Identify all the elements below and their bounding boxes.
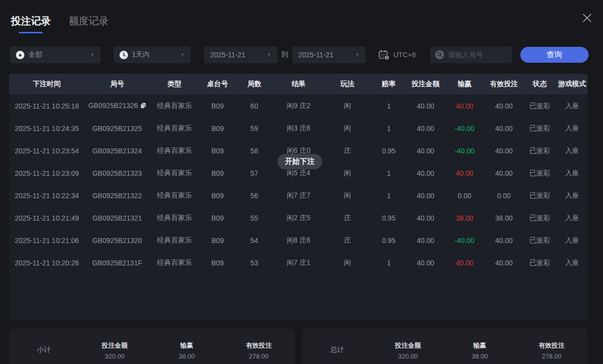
cell-time: 2025-11-21 10:25:18 [9,102,85,110]
date-from-select[interactable]: 2025-11-21 ▼ [204,46,277,63]
cell-odds: 0.95 [371,237,407,244]
copy-icon[interactable] [140,102,146,110]
cell-valid_bet: 40.00 [485,169,523,177]
cell-status: 已派彩 [523,236,556,245]
column-header-2: 类型 [149,80,200,89]
cell-play: 闲 [324,124,371,133]
cell-round_no: 58 [236,147,273,155]
cell-odds: 1 [371,259,407,267]
active-tab-underline [19,32,43,33]
cell-round_no: 54 [236,237,273,244]
cell-type: 经典百家乐 [149,146,200,155]
cell-play: 闲 [324,169,371,178]
column-header-3: 桌台号 [200,80,236,89]
search-icon [435,50,444,59]
round-search-input[interactable] [448,51,507,59]
cell-round_id: GB0925B21320 [85,237,149,244]
column-header-6: 玩法 [324,80,371,89]
cell-mode: 入座 [557,236,588,245]
calendar-clock-icon[interactable] [378,50,390,60]
cell-time: 2025-11-21 10:23:54 [9,147,85,155]
filter-bar: ♠ 全部 ▼ 1天内 ▼ 2025-11-21 ▼ 到 2025-11-21 ▼ [10,46,589,63]
cell-type: 经典百家乐 [149,236,200,245]
cell-time: 2025-11-21 10:23:09 [9,169,85,177]
cell-type: 经典百家乐 [149,169,200,178]
column-header-12: 游戏模式 [557,80,588,89]
betting-records-table: 下注时间局号类型桌台号局数结果玩法赔率投注金额输赢有效投注状态游戏模式 2025… [9,74,588,320]
cell-status: 已派彩 [523,124,556,133]
timezone-label: UTC+8 [393,51,416,59]
chevron-down-icon: ▼ [180,52,185,57]
chevron-down-icon: ▼ [90,52,95,57]
cell-valid_bet: 0.00 [485,192,523,200]
cell-win_loss: 0.00 [444,192,484,200]
cell-round_id: GB0925B21321 [85,214,149,222]
cell-win_loss: -40.00 [444,237,484,244]
table-row: 2025-11-21 10:22:34GB0925B21322经典百家乐B095… [9,184,588,207]
column-header-10: 有效投注 [485,80,523,89]
table-row: 2025-11-21 10:21:06GB0925B21320经典百家乐B095… [9,229,588,251]
time-range-value: 1天内 [132,50,150,59]
table-row: 2025-11-21 10:25:18GB0925B21326经典百家乐B096… [9,95,588,117]
close-icon[interactable] [580,11,594,25]
spade-icon: ♠ [16,51,24,59]
cell-table_no: B09 [200,169,236,177]
subtotal-valid-bet: 有效投注 278.00 [223,341,295,360]
date-to-value: 2025-11-21 [298,51,334,59]
cell-odds: 1 [371,102,407,110]
cell-mode: 入座 [557,191,588,200]
table-body: 2025-11-21 10:25:18GB0925B21326经典百家乐B096… [9,95,588,274]
cell-valid_bet: 40.00 [485,124,523,132]
cell-play: 闲 [324,258,371,267]
time-range-select[interactable]: 1天内 ▼ [114,46,191,63]
cell-round_id: GB0925B21326 [85,102,149,110]
tab-quota-records-label: 额度记录 [69,14,109,28]
subtotal-label: 小计 [9,346,79,355]
cell-mode: 入座 [557,146,588,155]
table-header-row: 下注时间局号类型桌台号局数结果玩法赔率投注金额输赢有效投注状态游戏模式 [9,74,588,95]
cell-status: 已派彩 [523,102,556,111]
tabs: 投注记录 额度记录 [11,14,109,33]
cell-status: 已派彩 [523,169,556,178]
cell-win_loss: 38.00 [444,214,484,222]
cell-mode: 入座 [557,214,588,223]
round-search-box [430,46,512,63]
cell-valid_bet: 40.00 [485,102,523,110]
date-from-value: 2025-11-21 [210,51,245,59]
column-header-1: 局号 [85,80,149,89]
cell-valid_bet: 40.00 [485,259,523,267]
cell-time: 2025-11-21 10:22:34 [9,192,85,200]
game-type-select[interactable]: ♠ 全部 ▼ [10,46,101,63]
tab-quota-records[interactable]: 额度记录 [69,14,109,33]
subtotal-bet-amount: 投注金额 320.00 [79,341,151,360]
cell-round_id: GB0925B21324 [85,147,149,155]
cell-bet: 40.00 [407,237,445,244]
cell-odds: 1 [371,192,407,200]
cell-mode: 入座 [557,124,588,133]
cell-mode: 入座 [557,169,588,178]
clock-icon [120,51,128,59]
table-row: 2025-11-21 10:21:49GB0925B21321经典百家乐B095… [9,207,588,229]
cell-result: 闲3 庄6 [273,124,324,133]
query-button[interactable]: 查询 [520,47,589,63]
column-header-0: 下注时间 [9,80,85,89]
tab-betting-records[interactable]: 投注记录 [11,14,51,33]
cell-result: 闲5 庄4 [273,169,324,178]
cell-type: 经典百家乐 [149,102,200,111]
game-type-value: 全部 [28,50,42,59]
total-panel: 总计 投注金额 320.00 输赢 38.00 有效投注 278.00 [302,329,588,364]
cell-bet: 40.00 [407,169,445,177]
date-to-select[interactable]: 2025-11-21 ▼ [292,46,365,63]
cell-time: 2025-11-21 10:21:49 [9,214,85,222]
cell-round_id: GB0925B2131F [85,259,149,267]
total-valid-bet: 有效投注 278.00 [516,341,588,360]
start-betting-toast: 开始下注 [277,154,322,169]
cell-bet: 40.00 [407,259,445,267]
cell-table_no: B09 [200,102,236,110]
cell-play: 庄 [324,236,371,245]
cell-win_loss: 40.00 [444,102,484,110]
timezone-indicator: UTC+8 [378,50,416,60]
cell-valid_bet: 40.00 [485,237,523,244]
cell-round_no: 57 [236,169,273,177]
total-bet-amount: 投注金额 320.00 [372,341,444,360]
